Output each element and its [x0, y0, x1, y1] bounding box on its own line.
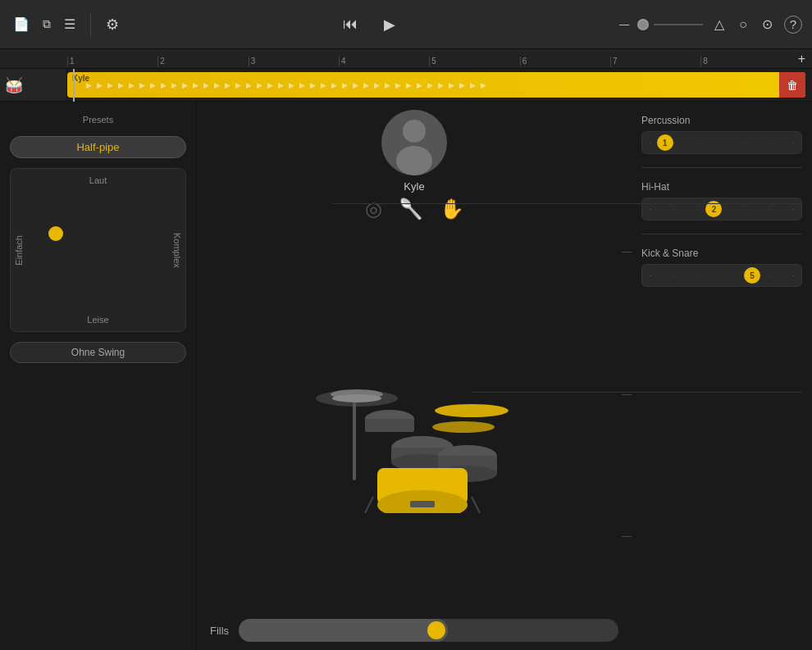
svg-line-18: [365, 497, 373, 513]
left-panel: Presets Half-pipe Einfach Laut Leise Kom…: [0, 102, 197, 650]
kicksnare-mark-left: -: [649, 271, 651, 280]
record-icon[interactable]: ⊙: [759, 13, 776, 35]
ruler-mark-2: 2: [157, 57, 248, 66]
xy-label-einfach: Einfach: [14, 235, 24, 266]
add-track-ruler-button[interactable]: +: [791, 52, 812, 66]
percussion-mark-5: ·: [769, 139, 771, 147]
toolbar-file-group: 📄 ⧉ ☰: [10, 13, 79, 35]
kicksnare-mark-2: ·: [697, 271, 700, 280]
hihat-slider[interactable]: - · · · · · - 2: [641, 198, 802, 220]
hihat-mark-2: ·: [697, 205, 700, 213]
swing-button[interactable]: Ohne Swing: [10, 342, 186, 363]
list-icon[interactable]: ☰: [61, 13, 79, 35]
rewind-button[interactable]: ⏮: [336, 12, 364, 36]
clip-label: Kyle: [67, 74, 89, 83]
handpan-icon[interactable]: ✋: [440, 198, 464, 220]
hihat-mark-5: ·: [769, 205, 771, 213]
kicksnare-label: Kick & Snare: [641, 248, 802, 259]
metronome-icon[interactable]: △: [711, 13, 728, 35]
xy-pad[interactable]: Einfach Laut Leise Komplex: [10, 168, 186, 332]
volume-knob[interactable]: [637, 19, 649, 30]
percussion-mark-3: ·: [721, 139, 723, 147]
tracks-area: 🥁 Kyle ▶▶▶▶▶▶▶▶▶▶▶▶▶▶▶▶▶▶▶▶▶▶▶▶▶▶▶▶▶▶▶▶▶…: [0, 69, 812, 102]
hihat-mark-left: -: [649, 205, 651, 213]
fills-slider[interactable]: [239, 619, 618, 642]
main-content: Presets Half-pipe Einfach Laut Leise Kom…: [0, 102, 812, 650]
percussion-slider[interactable]: - · · · · · - 1: [641, 131, 802, 154]
volume-icon: —: [616, 16, 632, 34]
hihat-section: Hi-Hat - · · · · · - 2: [641, 181, 802, 220]
presets-section: Presets: [10, 111, 186, 126]
svg-point-21: [332, 394, 381, 402]
svg-rect-17: [410, 501, 435, 507]
hihat-mark-1: ·: [673, 205, 676, 213]
fills-slider-fill: [239, 619, 448, 642]
hihat-mark-4: ·: [745, 205, 747, 213]
mixer-icon[interactable]: ⚙: [103, 12, 122, 37]
svg-rect-13: [365, 419, 414, 432]
svg-point-3: [435, 404, 509, 417]
ruler-mark-6: 6: [520, 57, 610, 66]
track-clip[interactable]: Kyle ▶▶▶▶▶▶▶▶▶▶▶▶▶▶▶▶▶▶▶▶▶▶▶▶▶▶▶▶▶▶▶▶▶▶▶…: [67, 72, 805, 98]
percussion-mark-4: ·: [745, 139, 747, 147]
headphones-icon[interactable]: ○: [736, 14, 750, 35]
svg-point-1: [396, 146, 432, 175]
kicksnare-slider-thumb[interactable]: 5: [744, 267, 760, 284]
preset-halfpipe-button[interactable]: Half-pipe: [10, 136, 186, 158]
svg-point-4: [432, 421, 495, 433]
waveform: ▶▶▶▶▶▶▶▶▶▶▶▶▶▶▶▶▶▶▶▶▶▶▶▶▶▶▶▶▶▶▶▶▶▶▶▶▶▶: [67, 72, 805, 98]
delete-clip-button[interactable]: 🗑: [779, 72, 805, 98]
tracks-area-wrapper: 🥁 Kyle ▶▶▶▶▶▶▶▶▶▶▶▶▶▶▶▶▶▶▶▶▶▶▶▶▶▶▶▶▶▶▶▶▶…: [0, 69, 812, 102]
track-drum-icon: 🥁: [5, 76, 23, 94]
hihat-slider-thumb[interactable]: 2: [705, 201, 722, 217]
avatar-silhouette-svg: [381, 110, 447, 175]
right-panel: Percussion - · · · · · - 1 Hi-Hat -: [632, 102, 812, 650]
ruler-mark-3: 3: [249, 57, 339, 66]
kicksnare-mark-right: -: [792, 271, 795, 280]
svg-rect-5: [353, 398, 356, 480]
timeline-ruler: 1 2 3 4 5 6 7 8 +: [0, 49, 812, 69]
help-icon[interactable]: ?: [784, 16, 802, 34]
kicksnare-slider-marks: - · · · · · -: [647, 271, 796, 280]
drummer-name[interactable]: Kyle: [404, 180, 424, 193]
avatar-circle[interactable]: [381, 110, 447, 175]
xy-dot[interactable]: [48, 226, 63, 241]
new-document-icon[interactable]: 📄: [10, 13, 33, 35]
percussion-slider-thumb[interactable]: 1: [657, 134, 673, 151]
percussion-label: Percussion: [641, 115, 802, 126]
playhead: [73, 69, 75, 102]
ruler-mark-5: 5: [429, 57, 519, 66]
play-button[interactable]: ▶: [377, 12, 402, 37]
percussion-mark-left: -: [649, 139, 651, 147]
drummer-avatar: Kyle: [381, 110, 447, 193]
toolbar-separator-1: [90, 13, 91, 36]
presets-label: Presets: [83, 115, 113, 125]
xy-label-laut: Laut: [89, 175, 107, 185]
xy-label-leise: Leise: [87, 315, 108, 325]
percussion-mark-1: ·: [673, 139, 676, 147]
ruler-mark-1: 1: [67, 57, 157, 66]
hihat-label: Hi-Hat: [641, 181, 802, 193]
ruler-mark-8: 8: [700, 57, 791, 66]
fills-row: Fills: [197, 619, 632, 642]
right-divider-2: [641, 234, 802, 234]
kicksnare-slider[interactable]: - · · · · · - 5: [641, 264, 802, 287]
drum-kit-svg: [308, 333, 521, 513]
fills-slider-thumb[interactable]: [427, 621, 445, 639]
center-panel: Kyle ◎ 🥄 ✋: [197, 102, 632, 650]
drum-accessories-row: ◎ 🥄 ✋: [365, 198, 464, 220]
tambourine-icon[interactable]: ◎: [365, 198, 382, 220]
track-lane[interactable]: Kyle ▶▶▶▶▶▶▶▶▶▶▶▶▶▶▶▶▶▶▶▶▶▶▶▶▶▶▶▶▶▶▶▶▶▶▶…: [67, 69, 812, 101]
percussion-section: Percussion - · · · · · - 1: [641, 115, 802, 154]
percussion-mark-right: -: [792, 139, 795, 147]
loop-icon[interactable]: ⧉: [39, 14, 54, 34]
toolbar-transport: ⏮ ▶: [130, 12, 608, 37]
percussion-mark-2: ·: [697, 139, 700, 147]
drum-kit-visual: [197, 227, 632, 619]
volume-slider-track: [654, 24, 703, 25]
maraca-icon[interactable]: 🥄: [399, 198, 423, 220]
xy-pad-inner[interactable]: Laut Leise: [27, 169, 169, 331]
ruler-mark-4: 4: [339, 57, 429, 66]
right-divider-1: [641, 167, 802, 168]
toolbar-mixer-group: ⚙: [103, 12, 122, 37]
